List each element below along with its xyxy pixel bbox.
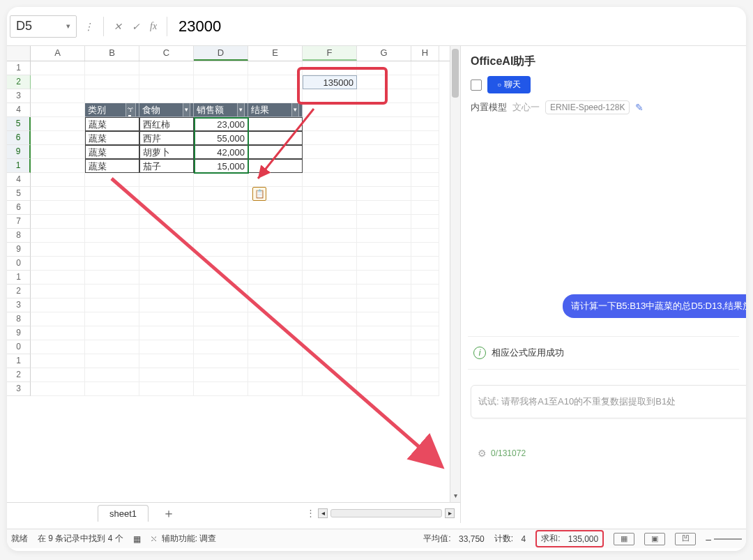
model-builtin-label: 内置模型 (471, 101, 507, 114)
col-H[interactable]: H (411, 46, 439, 61)
paste-options-icon[interactable]: 📋 (252, 187, 266, 201)
row-hdr[interactable]: 9 (7, 145, 31, 159)
row-hdr[interactable]: 3 (7, 382, 31, 396)
cell-result[interactable] (248, 131, 303, 145)
gear-icon[interactable]: ⚙ (478, 448, 487, 459)
grid[interactable]: A B C D E F G H 1 2135000 3 4 类别🝖 (7, 46, 460, 502)
chevron-down-icon[interactable]: ▾ (66, 22, 70, 31)
formula-bar: D5 ▾ ⋮ ✕ ✓ fx (7, 7, 746, 46)
tbl-hdr-food[interactable]: 食物▾ (139, 103, 194, 117)
cell-cat[interactable]: 蔬菜 (85, 159, 139, 173)
row-hdr[interactable]: 6 (7, 131, 31, 145)
person-icon: ⛌ (151, 534, 159, 544)
suggestion-card[interactable]: 试试: 请帮我将A1至A10的不重复数据提取到B1处 (471, 385, 746, 418)
add-sheet-button[interactable]: ＋ (157, 505, 181, 522)
row-hdr[interactable]: 0 (7, 257, 31, 271)
row-hdr[interactable]: 8 (7, 312, 31, 326)
zoom-slider[interactable] (714, 538, 742, 540)
tbl-hdr-result[interactable]: 结果▾ (248, 103, 303, 117)
column-headers: A B C D E F G H (7, 46, 460, 61)
col-F[interactable]: F (303, 46, 357, 61)
cell-food[interactable]: 西红柿 (139, 117, 194, 131)
row-hdr[interactable]: 6 (7, 201, 31, 215)
dots-icon[interactable]: ⋮ (81, 21, 96, 32)
dropdown-icon[interactable]: ▾ (291, 103, 299, 117)
col-C[interactable]: C (139, 46, 194, 61)
row-hdr[interactable]: 4 (7, 173, 31, 187)
model-vendor[interactable]: 文心一 (512, 101, 540, 114)
fx-icon[interactable]: fx (147, 21, 160, 32)
hscroll-right-icon[interactable]: ▸ (445, 508, 455, 518)
cell-food[interactable]: 西芹 (139, 131, 194, 145)
cell-food[interactable]: 茄子 (139, 159, 194, 173)
col-E[interactable]: E (248, 46, 303, 61)
dropdown-icon[interactable]: ▾ (183, 103, 190, 117)
horizontal-scrollbar[interactable] (330, 509, 442, 517)
tab-sheet1[interactable]: sheet1 (98, 505, 149, 522)
cell-sales[interactable]: 42,000 (194, 145, 248, 159)
tbl-hdr-category[interactable]: 类别🝖 (85, 103, 139, 117)
cancel-icon[interactable]: ✕ (111, 21, 125, 32)
cell-sales[interactable]: 23,000 (194, 117, 248, 131)
spreadsheet-pane: A B C D E F G H 1 2135000 3 4 类别🝖 (7, 46, 460, 523)
scroll-down-icon[interactable]: ▾ (450, 492, 460, 499)
row-hdr[interactable]: 9 (7, 243, 31, 257)
vertical-scrollbar[interactable]: ▾ (450, 46, 460, 502)
row-hdr[interactable]: 2 (7, 285, 31, 298)
filter-active-icon[interactable]: 🝖 (126, 103, 136, 117)
accessibility-status[interactable]: ⛌ 辅助功能: 调查 (151, 533, 217, 545)
row-hdr[interactable]: 5 (7, 187, 31, 201)
row-hdr[interactable]: 2 (7, 75, 31, 89)
row-hdr[interactable]: 1 (7, 354, 31, 368)
row-hdr[interactable]: 9 (7, 326, 31, 340)
app-window: D5 ▾ ⋮ ✕ ✓ fx A B C D E F G (7, 7, 746, 551)
result-cell-F2[interactable]: 135000 (303, 75, 357, 89)
cell-cat[interactable]: 蔬菜 (85, 145, 139, 159)
cell-result[interactable] (248, 117, 303, 131)
dropdown-icon[interactable]: ▾ (237, 103, 245, 117)
cell-result[interactable] (248, 145, 303, 159)
scrollbar-thumb[interactable] (452, 49, 459, 98)
edit-icon[interactable]: ✎ (635, 102, 644, 113)
chat-tab[interactable]: 聊天 (487, 76, 531, 93)
status-sum: 求和: 135,000 (535, 530, 604, 547)
row-hdr[interactable]: 3 (7, 89, 31, 103)
row-hdr[interactable]: 2 (7, 368, 31, 382)
zoom-control[interactable]: – (706, 533, 742, 545)
view-normal-icon[interactable]: ▦ (614, 533, 634, 545)
view-pagebreak-icon[interactable]: 凹 (675, 533, 696, 545)
col-G[interactable]: G (357, 46, 411, 61)
cell-cat[interactable]: 蔬菜 (85, 117, 139, 131)
row-hdr[interactable]: 1 (7, 159, 31, 173)
row-hdr[interactable]: 0 (7, 340, 31, 354)
row-hdr[interactable]: 8 (7, 229, 31, 243)
cube-icon[interactable] (471, 80, 482, 91)
stats-icon[interactable]: ▦ (133, 534, 141, 544)
select-all-corner[interactable] (7, 46, 31, 61)
row-hdr[interactable]: 3 (7, 298, 31, 312)
col-B[interactable]: B (85, 46, 139, 61)
cell-result[interactable] (248, 159, 303, 173)
col-A[interactable]: A (31, 46, 85, 61)
cell-sales[interactable]: 55,000 (194, 131, 248, 145)
cell-sales[interactable]: 15,000 (194, 159, 248, 173)
model-select[interactable]: ERNIE-Speed-128K (545, 100, 630, 114)
name-box[interactable]: D5 ▾ (10, 15, 77, 38)
row-hdr[interactable]: 7 (7, 215, 31, 229)
row-hdr[interactable]: 1 (7, 271, 31, 285)
cell-cat[interactable]: 蔬菜 (85, 131, 139, 145)
tbl-hdr-sales[interactable]: 销售额▾ (194, 103, 248, 117)
main-split: A B C D E F G H 1 2135000 3 4 类别🝖 (7, 46, 746, 523)
formula-input[interactable] (174, 17, 743, 36)
sheet-tabs: sheet1 ＋ ⋮ ◂ ▸ (7, 502, 460, 523)
col-D[interactable]: D (194, 46, 248, 61)
row-hdr[interactable]: 5 (7, 117, 31, 131)
view-pagelayout-icon[interactable]: ▣ (644, 533, 665, 545)
dots-icon[interactable]: ⋮ (306, 508, 315, 518)
hscroll-left-icon[interactable]: ◂ (318, 508, 328, 518)
accept-icon[interactable]: ✓ (129, 21, 143, 32)
row-hdr[interactable]: 1 (7, 61, 31, 75)
cell-food[interactable]: 胡萝卜 (139, 145, 194, 159)
zoom-out-icon[interactable]: – (706, 533, 711, 545)
row-hdr[interactable]: 4 (7, 103, 31, 117)
